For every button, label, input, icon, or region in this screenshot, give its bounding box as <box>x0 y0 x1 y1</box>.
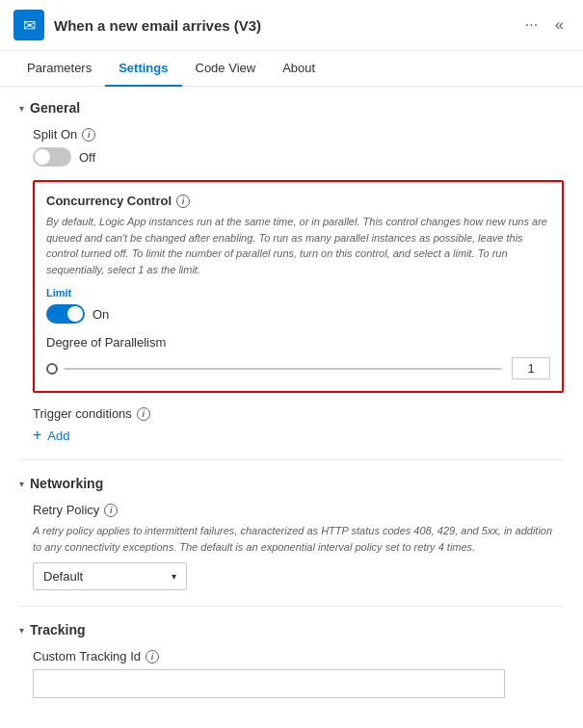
concurrency-title-row: Concurrency Control i <box>46 194 550 208</box>
networking-section-title: Networking <box>30 476 103 491</box>
general-chevron-icon: ▾ <box>19 103 24 114</box>
parallelism-value[interactable]: 1 <box>512 357 550 379</box>
limit-label: Limit <box>46 287 550 299</box>
add-trigger-condition-row[interactable]: + Add <box>33 427 564 444</box>
split-on-info-icon[interactable]: i <box>82 128 95 142</box>
concurrency-info-icon[interactable]: i <box>176 195 190 208</box>
retry-policy-dropdown[interactable]: Default ▾ <box>33 562 187 590</box>
concurrency-toggle-thumb <box>67 306 83 322</box>
tab-parameters[interactable]: Parameters <box>13 51 105 87</box>
trigger-conditions-row: Trigger conditions i + Add <box>19 406 564 444</box>
parallelism-slider-row: 1 <box>46 357 550 379</box>
page-title: When a new email arrives (V3) <box>54 17 510 34</box>
trigger-conditions-info-icon[interactable]: i <box>137 407 150 421</box>
header-actions: ··· « <box>519 14 570 36</box>
concurrency-title-text: Concurrency Control <box>46 194 172 208</box>
add-plus-icon: + <box>33 427 41 444</box>
concurrency-toggle-row: On <box>46 304 550 324</box>
concurrency-toggle[interactable] <box>46 304 85 324</box>
dropdown-arrow-icon: ▾ <box>172 571 176 582</box>
networking-chevron-icon: ▾ <box>19 479 24 489</box>
slider-track[interactable] <box>64 368 502 370</box>
more-options-button[interactable]: ··· <box>519 14 543 36</box>
custom-tracking-id-info-icon[interactable]: i <box>146 650 159 663</box>
add-trigger-label: Add <box>47 429 69 443</box>
tracking-section-title: Tracking <box>30 622 86 637</box>
ellipsis-icon: ··· <box>525 16 538 33</box>
concurrency-toggle-label: On <box>93 307 109 322</box>
settings-content: ▾ General Split On i Off Concurrency Con… <box>0 87 583 725</box>
section-divider-1 <box>19 459 564 460</box>
tab-codeview[interactable]: Code View <box>182 51 270 87</box>
retry-policy-row: Retry Policy i A retry policy applies to… <box>19 503 564 590</box>
split-on-label-row: Split On i <box>33 127 564 142</box>
custom-tracking-id-row: Custom Tracking Id i <box>19 649 564 698</box>
trigger-conditions-label: Trigger conditions <box>33 406 132 421</box>
split-on-row: Split On i Off <box>19 127 564 167</box>
collapse-button[interactable]: « <box>549 14 570 36</box>
tab-bar: Parameters Settings Code View About <box>0 51 583 87</box>
parallelism-section: Degree of Parallelism 1 <box>46 335 550 379</box>
concurrency-control-box: Concurrency Control i By default, Logic … <box>33 180 564 393</box>
general-section-header[interactable]: ▾ General <box>19 100 564 116</box>
concurrency-toggle-track <box>46 304 85 324</box>
networking-section-header[interactable]: ▾ Networking <box>19 476 564 491</box>
custom-tracking-id-input[interactable] <box>33 669 505 698</box>
custom-tracking-id-label-row: Custom Tracking Id i <box>33 649 564 663</box>
section-divider-2 <box>19 606 564 607</box>
concurrency-description: By default, Logic App instances run at t… <box>46 214 550 277</box>
tracking-chevron-icon: ▾ <box>19 625 24 636</box>
split-on-label: Split On <box>33 127 77 142</box>
connector-icon: ✉ <box>13 10 44 40</box>
double-chevron-icon: « <box>555 16 564 33</box>
retry-policy-description: A retry policy applies to intermittent f… <box>33 523 564 555</box>
split-on-toggle-row: Off <box>33 147 564 167</box>
tracking-section-header[interactable]: ▾ Tracking <box>19 622 564 637</box>
retry-policy-label: Retry Policy <box>33 503 99 517</box>
header: ✉ When a new email arrives (V3) ··· « <box>0 0 583 51</box>
general-section-title: General <box>30 100 80 116</box>
split-on-toggle[interactable] <box>33 147 71 167</box>
retry-policy-label-row: Retry Policy i <box>33 503 564 517</box>
parallelism-label: Degree of Parallelism <box>46 335 550 350</box>
slider-dot <box>46 363 58 375</box>
tab-settings[interactable]: Settings <box>105 51 181 87</box>
split-on-toggle-thumb <box>35 149 50 165</box>
trigger-conditions-label-row: Trigger conditions i <box>33 406 564 421</box>
split-on-toggle-track <box>33 147 71 167</box>
retry-policy-value: Default <box>43 569 83 584</box>
split-on-toggle-label: Off <box>79 150 95 165</box>
custom-tracking-id-label: Custom Tracking Id <box>33 649 141 663</box>
slider-container <box>46 363 502 375</box>
retry-policy-info-icon[interactable]: i <box>104 504 118 517</box>
tab-about[interactable]: About <box>269 51 329 87</box>
